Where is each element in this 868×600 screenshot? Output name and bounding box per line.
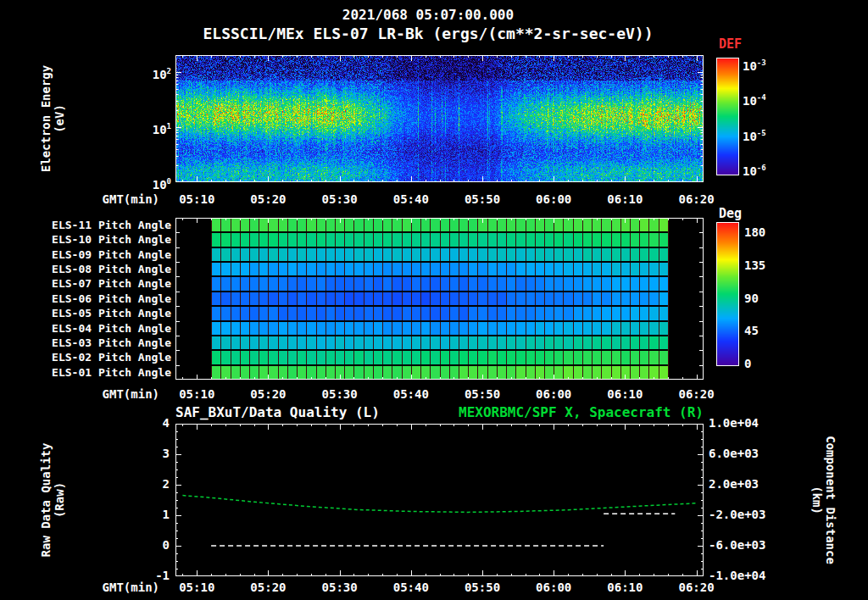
x-tick-label-pitch: 05:30 (310, 387, 370, 401)
x-tick-label-spec: 05:30 (310, 192, 370, 206)
deg-colorbar-title: Deg (719, 207, 742, 220)
spec-y-tick-label: 100 (119, 175, 171, 192)
x-tick-label-pitch: 06:00 (524, 387, 583, 401)
x-tick-label-line: 05:30 (310, 581, 370, 594)
def-colorbar-tick-label: 10-5 (743, 126, 766, 143)
x-tick-label-pitch: 05:40 (381, 387, 441, 401)
pitch-row-label: ELS-02 Pitch Angle (29, 351, 171, 364)
left-y-tick-label: 1 (124, 508, 170, 521)
gmt-label-middle: GMT(min) (76, 387, 159, 401)
pitch-row-label: ELS-04 Pitch Angle (29, 322, 171, 336)
def-colorbar-tick-label: 10-4 (743, 91, 766, 108)
spec-y-tick-label: 102 (119, 64, 171, 81)
x-tick-label-pitch: 05:10 (167, 387, 226, 401)
deg-colorbar-tick-label: 0 (744, 357, 751, 370)
x-tick-label-line: 05:40 (381, 581, 441, 594)
x-tick-label-spec: 05:10 (167, 192, 226, 206)
bottom-panel-title-left: SAF_BXuT/Data Quality (L) (175, 406, 380, 419)
y-axis-title-line1: Electron Energy (39, 65, 53, 172)
raw-quality-title-line2: (Raw) (53, 443, 66, 558)
x-tick-label-spec: 06:10 (595, 192, 654, 206)
y-axis-title-raw-quality: Raw Data Quality (Raw) (39, 443, 66, 558)
def-colorbar (716, 58, 739, 175)
pitch-row-label: ELS-08 Pitch Angle (29, 263, 171, 276)
deg-colorbar-tick-label: 90 (744, 292, 759, 305)
left-y-tick-label: 2 (124, 477, 170, 491)
spec-y-tick-label: 101 (119, 119, 171, 136)
x-tick-label-spec: 06:20 (667, 192, 726, 206)
gmt-label-bottom: GMT(min) (76, 581, 159, 594)
date-line: 2021/068 05:07:00.000 (76, 8, 780, 22)
x-tick-label-spec: 05:40 (381, 192, 441, 206)
left-y-tick-label: 0 (124, 538, 170, 552)
deg-colorbar (716, 222, 739, 366)
y-axis-title-component-distance: Component Distance (km) (810, 436, 837, 564)
component-distance-title-line2: (km) (810, 436, 824, 564)
right-y-tick-label: 1.0e+04 (709, 416, 759, 430)
pitch-row-label: ELS-05 Pitch Angle (29, 307, 171, 320)
left-y-tick-label: -1 (124, 569, 170, 582)
pitch-row-label: ELS-11 Pitch Angle (29, 219, 171, 232)
x-tick-label-pitch: 06:20 (667, 387, 726, 401)
def-colorbar-tick-label: 10-6 (743, 161, 766, 178)
bottom-panel-title-right: MEXORBMC/SPF X, Spacecraft (R) (390, 406, 704, 419)
x-tick-label-spec: 06:00 (524, 192, 583, 206)
right-y-tick-label: -6.0e+03 (709, 538, 765, 552)
x-tick-label-pitch: 05:50 (453, 387, 512, 401)
pitch-angle-canvas (175, 218, 704, 380)
right-y-tick-label: 6.0e+03 (709, 447, 759, 460)
x-tick-label-line: 05:20 (238, 581, 298, 594)
left-y-tick-label: 4 (124, 416, 170, 430)
pitch-row-label: ELS-03 Pitch Angle (29, 336, 171, 350)
y-axis-title-line2: (eV) (53, 65, 66, 172)
x-tick-label-spec: 05:20 (238, 192, 298, 206)
right-y-tick-label: -1.0e+04 (709, 569, 765, 582)
spectrogram-canvas (175, 55, 704, 182)
deg-colorbar-tick-label: 45 (744, 324, 759, 337)
gmt-label-top: GMT(min) (76, 192, 159, 206)
right-y-tick-label: -2.0e+03 (709, 508, 765, 521)
x-tick-label-line: 05:50 (453, 581, 512, 594)
x-tick-label-line: 06:20 (667, 581, 726, 594)
deg-colorbar-tick-label: 180 (744, 225, 765, 239)
def-colorbar-tick-label: 10-3 (743, 56, 766, 73)
plot-screen: 2021/068 05:07:00.000 ELSSCIL/MEx ELS-07… (0, 0, 868, 600)
def-colorbar-title: DEF (719, 37, 742, 51)
pitch-row-label: ELS-10 Pitch Angle (29, 233, 171, 247)
pitch-row-label: ELS-09 Pitch Angle (29, 248, 171, 262)
pitch-row-label: ELS-07 Pitch Angle (29, 277, 171, 291)
x-tick-label-pitch: 06:10 (595, 387, 654, 401)
x-tick-label-line: 06:00 (524, 581, 583, 594)
deg-colorbar-tick-label: 135 (744, 258, 765, 272)
y-axis-title-electron-energy: Electron Energy (eV) (39, 65, 66, 172)
right-y-tick-label: 2.0e+03 (709, 477, 759, 491)
pitch-row-label: ELS-01 Pitch Angle (29, 366, 171, 380)
x-tick-label-line: 05:10 (167, 581, 226, 594)
pitch-row-label: ELS-06 Pitch Angle (29, 292, 171, 306)
page-title: ELSSCIL/MEx ELS-07 LR-Bk (ergs/(cm**2-sr… (76, 27, 780, 41)
raw-quality-title-line1: Raw Data Quality (39, 443, 53, 558)
component-distance-title-line1: Component Distance (824, 436, 837, 564)
x-tick-label-line: 06:10 (595, 581, 654, 594)
line-panel-canvas (175, 424, 704, 576)
x-tick-label-pitch: 05:20 (238, 387, 298, 401)
left-y-tick-label: 3 (124, 447, 170, 460)
x-tick-label-spec: 05:50 (453, 192, 512, 206)
